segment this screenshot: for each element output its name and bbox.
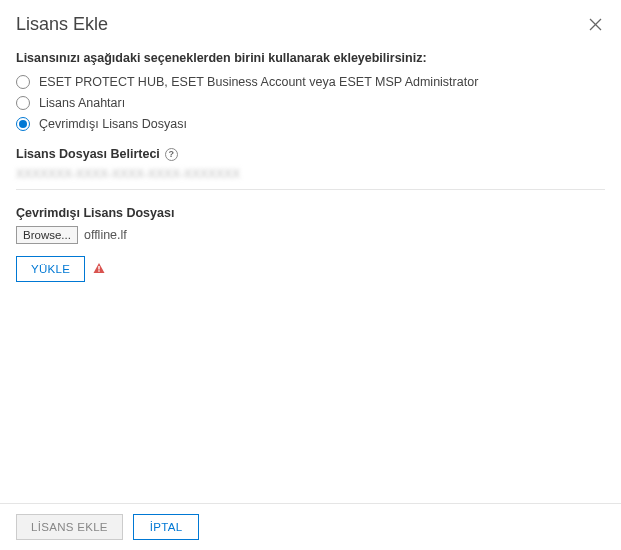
radio-label: Çevrimdışı Lisans Dosyası xyxy=(39,117,187,131)
help-icon[interactable]: ? xyxy=(165,148,178,161)
radio-icon xyxy=(16,96,30,110)
radio-icon-selected xyxy=(16,117,30,131)
offline-file-heading: Çevrimdışı Lisans Dosyası xyxy=(16,206,605,220)
license-method-radio-group: ESET PROTECT HUB, ESET Business Account … xyxy=(16,75,605,131)
radio-label: ESET PROTECT HUB, ESET Business Account … xyxy=(39,75,478,89)
svg-rect-3 xyxy=(99,266,100,270)
upload-button[interactable]: YÜKLE xyxy=(16,256,85,282)
instruction-text: Lisansınızı aşağıdaki seçeneklerden biri… xyxy=(16,51,605,65)
radio-option-hub[interactable]: ESET PROTECT HUB, ESET Business Account … xyxy=(16,75,605,89)
svg-rect-4 xyxy=(99,270,100,271)
radio-option-key[interactable]: Lisans Anahtarı xyxy=(16,96,605,110)
cancel-button[interactable]: İPTAL xyxy=(133,514,200,540)
warning-icon xyxy=(93,262,105,277)
radio-label: Lisans Anahtarı xyxy=(39,96,125,110)
dialog-title: Lisans Ekle xyxy=(16,14,108,35)
close-icon[interactable] xyxy=(585,15,605,35)
token-heading: Lisans Dosyası Belirteci ? xyxy=(16,147,605,161)
browse-button[interactable]: Browse... xyxy=(16,226,78,244)
divider xyxy=(16,189,605,190)
selected-filename: offline.lf xyxy=(84,228,127,242)
dialog-footer: LİSANS EKLE İPTAL xyxy=(0,503,621,550)
add-license-button[interactable]: LİSANS EKLE xyxy=(16,514,123,540)
radio-icon xyxy=(16,75,30,89)
radio-option-offline[interactable]: Çevrimdışı Lisans Dosyası xyxy=(16,117,605,131)
token-value: XXXXXXX-XXXX-XXXX-XXXX-XXXXXXX xyxy=(16,167,605,181)
